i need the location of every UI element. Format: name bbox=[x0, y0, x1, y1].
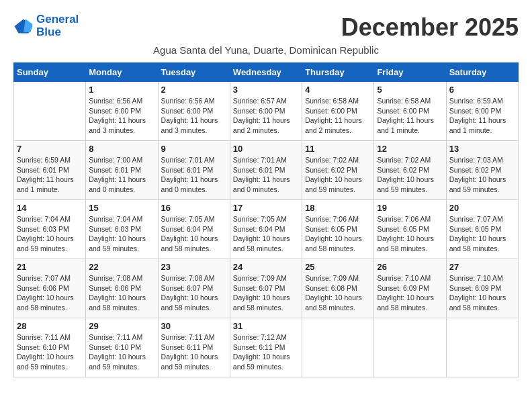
calendar-cell: 20Sunrise: 7:07 AMSunset: 6:05 PMDayligh… bbox=[446, 200, 518, 259]
weekday-header: Wednesday bbox=[230, 63, 302, 82]
day-info: Sunrise: 7:06 AMSunset: 6:05 PMDaylight:… bbox=[305, 214, 371, 254]
day-number: 7 bbox=[17, 144, 83, 154]
calendar-cell: 13Sunrise: 7:03 AMSunset: 6:02 PMDayligh… bbox=[446, 141, 518, 200]
day-info: Sunrise: 6:58 AMSunset: 6:00 PMDaylight:… bbox=[377, 96, 443, 136]
calendar-cell: 28Sunrise: 7:11 AMSunset: 6:10 PMDayligh… bbox=[14, 318, 86, 377]
calendar-cell: 21Sunrise: 7:07 AMSunset: 6:06 PMDayligh… bbox=[14, 259, 86, 318]
calendar-cell: 26Sunrise: 7:10 AMSunset: 6:09 PMDayligh… bbox=[374, 259, 446, 318]
day-number: 4 bbox=[305, 85, 371, 95]
day-info: Sunrise: 7:09 AMSunset: 6:07 PMDaylight:… bbox=[233, 273, 299, 313]
calendar-cell: 24Sunrise: 7:09 AMSunset: 6:07 PMDayligh… bbox=[230, 259, 302, 318]
day-info: Sunrise: 7:07 AMSunset: 6:05 PMDaylight:… bbox=[449, 214, 515, 254]
logo: General Blue bbox=[13, 13, 79, 38]
day-info: Sunrise: 7:05 AMSunset: 6:04 PMDaylight:… bbox=[233, 214, 299, 254]
logo-icon bbox=[13, 18, 34, 34]
calendar-cell: 29Sunrise: 7:11 AMSunset: 6:10 PMDayligh… bbox=[86, 318, 158, 377]
day-number: 8 bbox=[89, 144, 154, 154]
day-number: 31 bbox=[233, 321, 299, 331]
day-info: Sunrise: 6:56 AMSunset: 6:00 PMDaylight:… bbox=[89, 96, 154, 136]
calendar-week-row: 1Sunrise: 6:56 AMSunset: 6:00 PMDaylight… bbox=[14, 82, 519, 141]
day-number: 1 bbox=[89, 85, 154, 95]
calendar-cell: 14Sunrise: 7:04 AMSunset: 6:03 PMDayligh… bbox=[14, 200, 86, 259]
calendar-week-row: 21Sunrise: 7:07 AMSunset: 6:06 PMDayligh… bbox=[14, 259, 519, 318]
calendar-cell: 6Sunrise: 6:59 AMSunset: 6:00 PMDaylight… bbox=[446, 82, 518, 141]
day-number: 20 bbox=[449, 203, 515, 213]
day-info: Sunrise: 6:57 AMSunset: 6:00 PMDaylight:… bbox=[233, 96, 299, 136]
calendar-cell bbox=[374, 318, 446, 377]
day-info: Sunrise: 7:11 AMSunset: 6:11 PMDaylight:… bbox=[161, 332, 227, 372]
day-number: 21 bbox=[17, 262, 83, 272]
calendar-cell: 18Sunrise: 7:06 AMSunset: 6:05 PMDayligh… bbox=[302, 200, 374, 259]
day-info: Sunrise: 7:01 AMSunset: 6:01 PMDaylight:… bbox=[161, 155, 227, 195]
calendar-table: SundayMondayTuesdayWednesdayThursdayFrid… bbox=[13, 62, 519, 377]
day-info: Sunrise: 6:56 AMSunset: 6:00 PMDaylight:… bbox=[161, 96, 227, 136]
weekday-header: Sunday bbox=[14, 63, 86, 82]
day-info: Sunrise: 6:59 AMSunset: 6:01 PMDaylight:… bbox=[17, 155, 83, 195]
calendar-cell: 22Sunrise: 7:08 AMSunset: 6:06 PMDayligh… bbox=[86, 259, 158, 318]
calendar-cell: 11Sunrise: 7:02 AMSunset: 6:02 PMDayligh… bbox=[302, 141, 374, 200]
weekday-header: Thursday bbox=[302, 63, 374, 82]
day-info: Sunrise: 7:00 AMSunset: 6:01 PMDaylight:… bbox=[89, 155, 154, 195]
day-number: 13 bbox=[449, 144, 515, 154]
calendar-cell: 17Sunrise: 7:05 AMSunset: 6:04 PMDayligh… bbox=[230, 200, 302, 259]
day-info: Sunrise: 7:07 AMSunset: 6:06 PMDaylight:… bbox=[17, 273, 83, 313]
day-info: Sunrise: 7:02 AMSunset: 6:02 PMDaylight:… bbox=[377, 155, 443, 195]
day-info: Sunrise: 7:06 AMSunset: 6:05 PMDaylight:… bbox=[377, 214, 443, 254]
calendar-cell: 10Sunrise: 7:01 AMSunset: 6:01 PMDayligh… bbox=[230, 141, 302, 200]
day-info: Sunrise: 7:04 AMSunset: 6:03 PMDaylight:… bbox=[89, 214, 154, 254]
calendar-cell: 7Sunrise: 6:59 AMSunset: 6:01 PMDaylight… bbox=[14, 141, 86, 200]
weekday-header-row: SundayMondayTuesdayWednesdayThursdayFrid… bbox=[14, 63, 519, 82]
calendar-cell: 2Sunrise: 6:56 AMSunset: 6:00 PMDaylight… bbox=[158, 82, 230, 141]
day-number: 24 bbox=[233, 262, 299, 272]
calendar-cell: 19Sunrise: 7:06 AMSunset: 6:05 PMDayligh… bbox=[374, 200, 446, 259]
day-number: 26 bbox=[377, 262, 443, 272]
calendar-week-row: 7Sunrise: 6:59 AMSunset: 6:01 PMDaylight… bbox=[14, 141, 519, 200]
calendar-cell: 12Sunrise: 7:02 AMSunset: 6:02 PMDayligh… bbox=[374, 141, 446, 200]
day-number: 16 bbox=[161, 203, 227, 213]
weekday-header: Tuesday bbox=[158, 63, 230, 82]
calendar-cell: 31Sunrise: 7:12 AMSunset: 6:11 PMDayligh… bbox=[230, 318, 302, 377]
day-info: Sunrise: 7:12 AMSunset: 6:11 PMDaylight:… bbox=[233, 332, 299, 372]
day-number: 22 bbox=[89, 262, 154, 272]
day-number: 6 bbox=[449, 85, 515, 95]
day-info: Sunrise: 7:02 AMSunset: 6:02 PMDaylight:… bbox=[305, 155, 371, 195]
day-number: 17 bbox=[233, 203, 299, 213]
day-info: Sunrise: 7:08 AMSunset: 6:06 PMDaylight:… bbox=[89, 273, 154, 313]
day-info: Sunrise: 7:09 AMSunset: 6:08 PMDaylight:… bbox=[305, 273, 371, 313]
day-number: 19 bbox=[377, 203, 443, 213]
day-info: Sunrise: 6:59 AMSunset: 6:00 PMDaylight:… bbox=[449, 96, 515, 136]
day-number: 14 bbox=[17, 203, 83, 213]
calendar-cell: 5Sunrise: 6:58 AMSunset: 6:00 PMDaylight… bbox=[374, 82, 446, 141]
logo-text: General Blue bbox=[36, 13, 79, 38]
weekday-header: Friday bbox=[374, 63, 446, 82]
subtitle: Agua Santa del Yuna, Duarte, Dominican R… bbox=[13, 44, 519, 56]
day-info: Sunrise: 7:04 AMSunset: 6:03 PMDaylight:… bbox=[17, 214, 83, 254]
page-header: General Blue December 2025 bbox=[13, 13, 519, 42]
calendar-cell bbox=[302, 318, 374, 377]
calendar-cell: 8Sunrise: 7:00 AMSunset: 6:01 PMDaylight… bbox=[86, 141, 158, 200]
day-info: Sunrise: 7:11 AMSunset: 6:10 PMDaylight:… bbox=[17, 332, 83, 372]
day-number: 2 bbox=[161, 85, 227, 95]
day-info: Sunrise: 7:05 AMSunset: 6:04 PMDaylight:… bbox=[161, 214, 227, 254]
day-number: 18 bbox=[305, 203, 371, 213]
day-number: 28 bbox=[17, 321, 83, 331]
day-info: Sunrise: 7:10 AMSunset: 6:09 PMDaylight:… bbox=[449, 273, 515, 313]
calendar-cell: 27Sunrise: 7:10 AMSunset: 6:09 PMDayligh… bbox=[446, 259, 518, 318]
calendar-cell: 15Sunrise: 7:04 AMSunset: 6:03 PMDayligh… bbox=[86, 200, 158, 259]
day-number: 3 bbox=[233, 85, 299, 95]
day-number: 27 bbox=[449, 262, 515, 272]
day-number: 10 bbox=[233, 144, 299, 154]
day-number: 5 bbox=[377, 85, 443, 95]
calendar-cell: 1Sunrise: 6:56 AMSunset: 6:00 PMDaylight… bbox=[86, 82, 158, 141]
calendar-cell: 23Sunrise: 7:08 AMSunset: 6:07 PMDayligh… bbox=[158, 259, 230, 318]
month-title: December 2025 bbox=[341, 13, 519, 42]
calendar-cell: 30Sunrise: 7:11 AMSunset: 6:11 PMDayligh… bbox=[158, 318, 230, 377]
day-info: Sunrise: 6:58 AMSunset: 6:00 PMDaylight:… bbox=[305, 96, 371, 136]
calendar-cell: 9Sunrise: 7:01 AMSunset: 6:01 PMDaylight… bbox=[158, 141, 230, 200]
calendar-cell: 25Sunrise: 7:09 AMSunset: 6:08 PMDayligh… bbox=[302, 259, 374, 318]
day-info: Sunrise: 7:01 AMSunset: 6:01 PMDaylight:… bbox=[233, 155, 299, 195]
calendar-cell bbox=[14, 82, 86, 141]
day-info: Sunrise: 7:03 AMSunset: 6:02 PMDaylight:… bbox=[449, 155, 515, 195]
day-info: Sunrise: 7:10 AMSunset: 6:09 PMDaylight:… bbox=[377, 273, 443, 313]
day-number: 12 bbox=[377, 144, 443, 154]
